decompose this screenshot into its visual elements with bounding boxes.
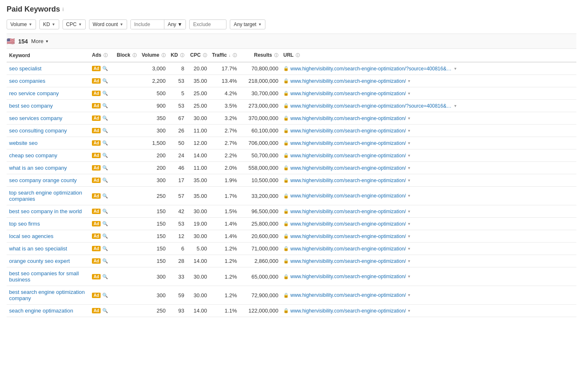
url-dropdown-icon[interactable]: ▼ — [407, 209, 411, 214]
keyword-link[interactable]: best seo company — [9, 103, 53, 109]
keyword-link[interactable]: what is an seo company — [9, 165, 67, 171]
keyword-link[interactable]: best seo companies for small business — [9, 270, 79, 283]
volume-cell: 150 — [139, 218, 168, 230]
keyword-link[interactable]: seo services company — [9, 115, 63, 121]
url-link[interactable]: www.highervisibility.com/search-engine-o… — [290, 91, 406, 96]
url-link[interactable]: www.highervisibility.com/search-engine-o… — [290, 178, 406, 183]
url-dropdown-icon[interactable]: ▼ — [453, 67, 457, 71]
url-dropdown-icon[interactable]: ▼ — [407, 91, 411, 96]
keyword-link[interactable]: seo companies — [9, 78, 45, 84]
any-dropdown[interactable]: Any ▼ — [164, 20, 186, 29]
cpc-filter[interactable]: CPC ▼ — [63, 19, 86, 29]
keyword-link[interactable]: seo specialist — [9, 65, 41, 72]
url-cell: 🔒 www.highervisibility.com/search-engine… — [281, 75, 576, 87]
keyword-cell: orange county seo expert — [7, 255, 89, 267]
col-header-cpc: CPC ⓘ — [187, 49, 210, 62]
keyword-link[interactable]: cheap seo company — [9, 152, 57, 159]
keyword-link[interactable]: local seo agencies — [9, 233, 53, 239]
keyword-link[interactable]: orange county seo expert — [9, 258, 70, 264]
table-row: best seo company in the world Ad🔍 150 42… — [7, 205, 576, 218]
lock-icon: 🔒 — [283, 274, 289, 279]
url-dropdown-icon[interactable]: ▼ — [407, 194, 411, 198]
keyword-link[interactable]: best seo company in the world — [9, 208, 82, 214]
url-dropdown-icon[interactable]: ▼ — [453, 104, 457, 108]
cpc-cell: 30.00 — [187, 205, 210, 218]
url-link[interactable]: www.highervisibility.com/search-engine-o… — [290, 221, 406, 227]
volume-cell: 2,200 — [139, 75, 168, 87]
keyword-link[interactable]: seach engine optimazation — [9, 308, 73, 314]
any-target-filter[interactable]: Any target ▼ — [230, 19, 265, 29]
keyword-link[interactable]: top search engine optimization companies — [9, 190, 82, 202]
keyword-cell: top seo firms — [7, 218, 89, 230]
url-link[interactable]: www.highervisibility.com/search-engine-o… — [290, 78, 406, 84]
lock-icon: 🔒 — [283, 78, 289, 84]
table-row: seo company orange county Ad🔍 300 17 35.… — [7, 174, 576, 187]
url-link[interactable]: www.highervisibility.com/search-engine-o… — [290, 246, 406, 252]
url-link[interactable]: www.highervisibility.com/search-engine-o… — [290, 308, 406, 314]
traffic-cell: 1.7% — [210, 187, 239, 205]
url-dropdown-icon[interactable]: ▼ — [407, 154, 411, 158]
ad-search-icon: 🔍 — [102, 103, 108, 108]
traffic-cell: 3.5% — [210, 100, 239, 112]
url-link[interactable]: www.highervisibility.com/search-engine-o… — [290, 274, 406, 279]
url-link[interactable]: www.highervisibility.com/search-engine-o… — [290, 128, 406, 134]
results-cell: 65,000,000 — [239, 267, 281, 286]
keyword-link[interactable]: best search engine optimization company — [9, 289, 85, 301]
url-dropdown-icon[interactable]: ▼ — [407, 309, 411, 313]
url-dropdown-icon[interactable]: ▼ — [407, 274, 411, 279]
url-dropdown-icon[interactable]: ▼ — [407, 116, 411, 120]
keyword-link[interactable]: what is an seo specialist — [9, 245, 67, 252]
url-link[interactable]: www.highervisibility.com/search-engine-o… — [290, 209, 406, 214]
results-cell: 20,600,000 — [239, 230, 281, 243]
url-dropdown-icon[interactable]: ▼ — [407, 178, 411, 183]
col-header-url: URL ⓘ — [281, 49, 576, 62]
url-link[interactable]: www.highervisibility.com/search-engine-o… — [290, 233, 406, 239]
keyword-cell: top search engine optimization companies — [7, 187, 89, 205]
filters-row: Volume ▼ KD ▼ CPC ▼ Word count ▼ Any ▼ A… — [7, 19, 576, 29]
url-link[interactable]: www.highervisibility.com/search-engine-o… — [290, 140, 406, 146]
kd-filter[interactable]: KD ▼ — [39, 19, 59, 29]
col-header-volume: Volume ⓘ — [139, 49, 168, 62]
url-dropdown-icon[interactable]: ▼ — [407, 293, 411, 297]
url-dropdown-icon[interactable]: ▼ — [407, 222, 411, 226]
keyword-link[interactable]: reo service company — [9, 90, 59, 96]
keyword-link[interactable]: seo consulting company — [9, 127, 67, 134]
lock-icon: 🔒 — [283, 246, 289, 251]
block-cell — [114, 137, 139, 149]
url-link[interactable]: www.highervisibility.com/search-engine-o… — [290, 292, 406, 298]
url-dropdown-icon[interactable]: ▼ — [407, 166, 411, 170]
keyword-link[interactable]: seo company orange county — [9, 177, 77, 183]
keyword-link[interactable]: website seo — [9, 140, 38, 146]
url-dropdown-icon[interactable]: ▼ — [407, 79, 411, 83]
url-dropdown-icon[interactable]: ▼ — [407, 259, 411, 263]
more-button[interactable]: More ▼ — [31, 38, 49, 44]
volume-filter[interactable]: Volume ▼ — [7, 19, 36, 29]
kd-cell: 6 — [168, 243, 187, 255]
ads-info-icon: ⓘ — [104, 53, 108, 58]
col-header-ads: Ads ⓘ — [89, 49, 114, 62]
ad-badge: Ad — [92, 153, 101, 158]
block-cell — [114, 187, 139, 205]
url-dropdown-icon[interactable]: ▼ — [407, 234, 411, 238]
url-dropdown-icon[interactable]: ▼ — [407, 247, 411, 251]
url-link[interactable]: www.highervisibility.com/search-engine-o… — [290, 115, 406, 121]
ad-search-icon: 🔍 — [102, 66, 108, 71]
traffic-cell: 1.2% — [210, 286, 239, 305]
exclude-input[interactable] — [189, 19, 226, 29]
volume-cell: 900 — [139, 100, 168, 112]
url-link[interactable]: www.highervisibility.com/search-engine-o… — [290, 66, 452, 72]
url-cell: 🔒 www.highervisibility.com/search-engine… — [281, 137, 576, 149]
url-dropdown-icon[interactable]: ▼ — [407, 141, 411, 145]
url-link[interactable]: www.highervisibility.com/search-engine-o… — [290, 103, 452, 109]
block-cell — [114, 162, 139, 174]
url-dropdown-icon[interactable]: ▼ — [407, 129, 411, 133]
word-count-filter[interactable]: Word count ▼ — [89, 19, 127, 29]
include-input[interactable] — [131, 20, 164, 29]
keyword-link[interactable]: top seo firms — [9, 221, 40, 227]
url-link[interactable]: www.highervisibility.com/search-engine-o… — [290, 165, 406, 171]
url-link[interactable]: www.highervisibility.com/search-engine-o… — [290, 193, 406, 199]
results-cell: 50,700,000 — [239, 149, 281, 162]
url-link[interactable]: www.highervisibility.com/search-engine-o… — [290, 258, 406, 264]
url-link[interactable]: www.highervisibility.com/search-engine-o… — [290, 153, 406, 159]
table-row: what is an seo company Ad🔍 200 46 11.00 … — [7, 162, 576, 174]
